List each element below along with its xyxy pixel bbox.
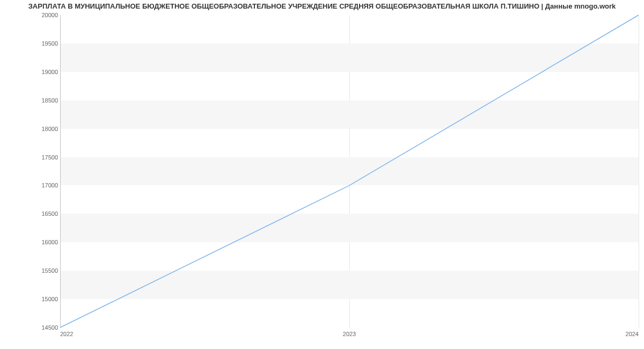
x-tick-line bbox=[639, 16, 639, 328]
chart-container: ЗАРПЛАТА В МУНИЦИПАЛЬНОЕ БЮДЖЕТНОЕ ОБЩЕО… bbox=[0, 0, 644, 349]
x-tick-label: 2024 bbox=[626, 331, 639, 337]
y-tick-label: 19000 bbox=[31, 69, 58, 75]
y-tick-label: 17000 bbox=[31, 182, 58, 188]
y-tick-label: 20000 bbox=[31, 12, 58, 18]
y-tick-label: 19500 bbox=[31, 40, 58, 47]
x-tick-label: 2022 bbox=[60, 331, 73, 337]
y-tick-label: 16500 bbox=[31, 210, 58, 217]
y-tick-label: 14500 bbox=[31, 324, 58, 331]
chart-line bbox=[60, 15, 639, 328]
y-tick-label: 16000 bbox=[31, 239, 58, 245]
y-tick-label: 15500 bbox=[31, 267, 58, 274]
x-tick-label: 2023 bbox=[343, 331, 356, 337]
y-tick-label: 15000 bbox=[31, 296, 58, 302]
chart-title: ЗАРПЛАТА В МУНИЦИПАЛЬНОЕ БЮДЖЕТНОЕ ОБЩЕО… bbox=[0, 2, 644, 10]
y-tick-label: 17500 bbox=[31, 154, 58, 161]
y-tick-label: 18000 bbox=[31, 126, 58, 132]
y-tick-label: 18500 bbox=[31, 97, 58, 104]
plot-area bbox=[60, 15, 639, 328]
